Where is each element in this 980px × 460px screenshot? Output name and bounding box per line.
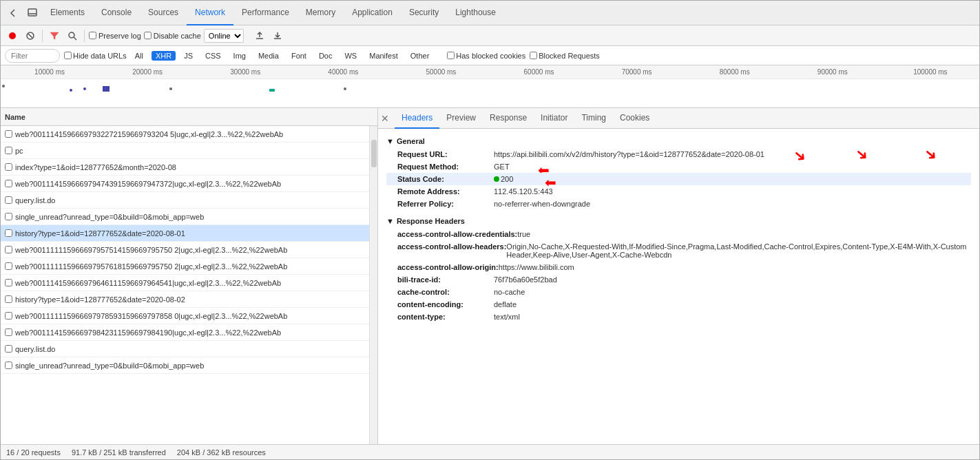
request-checkbox[interactable] <box>5 312 12 320</box>
response-header-row-3: bili-trace-id: 76f7b6a60e5f2bad <box>386 273 971 286</box>
general-section-header[interactable]: ▼ General <box>386 134 971 148</box>
response-headers-section-header[interactable]: ▼ Response Headers <box>386 214 971 228</box>
close-button[interactable]: ✕ <box>381 113 389 124</box>
filter-img-btn[interactable]: Img <box>229 51 250 61</box>
tab-lighthouse[interactable]: Lighthouse <box>447 1 504 25</box>
scrollbar-thumb[interactable] <box>371 140 377 167</box>
request-checkbox[interactable] <box>5 295 12 303</box>
request-row[interactable]: web?001111115966697957618159669795750 2|… <box>1 258 369 275</box>
filter-media-btn[interactable]: Media <box>254 51 283 61</box>
request-checkbox[interactable] <box>5 345 12 353</box>
request-method-key: Request Method: <box>397 163 494 171</box>
filter-manifest-btn[interactable]: Manifest <box>365 51 402 61</box>
request-row[interactable]: web?001111115966697957514159669795750 2|… <box>1 242 369 258</box>
request-checkbox[interactable] <box>5 246 12 253</box>
import-button[interactable] <box>252 28 267 43</box>
request-checkbox[interactable] <box>5 147 12 154</box>
tab-console[interactable]: Console <box>93 1 140 25</box>
dock-icon[interactable] <box>23 3 42 23</box>
filter-other-btn[interactable]: Other <box>406 51 434 61</box>
tab-performance[interactable]: Performance <box>233 1 298 25</box>
tab-elements[interactable]: Elements <box>42 1 93 25</box>
request-row[interactable]: single_unread?unread_type=0&build=0&mobi… <box>1 209 369 225</box>
request-name: pc <box>15 147 23 155</box>
tab-response[interactable]: Response <box>483 108 534 129</box>
tab-headers[interactable]: Headers <box>395 108 439 129</box>
request-checkbox[interactable] <box>5 229 12 237</box>
details-content: ▼ General Request URL: https://api.bilib… <box>378 129 979 444</box>
request-checkbox[interactable] <box>5 262 12 270</box>
request-row[interactable]: single_unread?unread_type=0&build=0&mobi… <box>1 357 369 374</box>
clear-button[interactable] <box>23 28 38 43</box>
has-blocked-cookies-checkbox[interactable] <box>447 52 455 59</box>
request-row[interactable]: web?001111115966697978593159669797858 0|… <box>1 308 369 324</box>
tab-timing[interactable]: Timing <box>574 108 613 129</box>
export-button[interactable] <box>270 28 285 43</box>
request-row[interactable]: web?001114159666979646111596697964541|ug… <box>1 275 369 291</box>
blocked-requests-checkbox[interactable] <box>530 52 537 59</box>
tab-application[interactable]: Application <box>344 1 401 25</box>
record-button[interactable] <box>5 28 20 43</box>
request-row[interactable]: index?type=1&oid=128777652&month=2020-08 <box>1 159 369 176</box>
tab-security[interactable]: Security <box>401 1 447 25</box>
throttling-select[interactable]: Online <box>204 29 244 43</box>
chevron-down-icon-2: ▼ <box>386 217 394 225</box>
status-dot <box>494 176 499 182</box>
tab-preview[interactable]: Preview <box>439 108 483 129</box>
request-row[interactable]: history?type=1&oid=128777652&date=2020-0… <box>1 291 369 308</box>
filter-xhr-btn[interactable]: XHR <box>152 51 176 61</box>
timeline-label-1: 10000 ms <box>1 65 98 79</box>
has-blocked-cookies-label[interactable]: Has blocked cookies <box>447 52 525 60</box>
request-checkbox[interactable] <box>5 213 12 220</box>
request-row[interactable]: web?00111415966697932272159669793204 5|u… <box>1 126 369 143</box>
request-checkbox[interactable] <box>5 196 12 204</box>
timeline-dot-1 <box>70 89 72 92</box>
request-name: web?001114159666979646111596697964541|ug… <box>15 279 281 287</box>
request-row[interactable]: query.list.do <box>1 341 369 357</box>
filter-font-btn[interactable]: Font <box>287 51 311 61</box>
preserve-log-checkbox[interactable] <box>89 32 96 39</box>
request-checkbox[interactable] <box>5 328 12 336</box>
disable-cache-label[interactable]: Disable cache <box>144 32 201 40</box>
request-row[interactable]: web?001114159666979842311596697984190|ug… <box>1 324 369 341</box>
filter-input[interactable] <box>5 49 60 63</box>
request-row[interactable]: web?001114159666979474391596697947372|ug… <box>1 176 369 192</box>
timeline-content[interactable] <box>1 79 979 108</box>
request-checkbox[interactable] <box>5 279 12 286</box>
request-checkbox[interactable] <box>5 130 12 138</box>
filter-doc-btn[interactable]: Doc <box>315 51 337 61</box>
referrer-policy-key: Referrer Policy: <box>397 200 494 208</box>
preserve-log-label[interactable]: Preserve log <box>89 32 141 40</box>
svg-point-5 <box>69 32 74 38</box>
selected-request-row[interactable]: history?type=1&oid=128777652&date=2020-0… <box>1 225 369 242</box>
back-icon[interactable] <box>3 3 23 23</box>
transferred-size: 91.7 kB / 251 kB transferred <box>72 448 166 457</box>
blocked-requests-label[interactable]: Blocked Requests <box>530 52 600 60</box>
hide-data-urls-label[interactable]: Hide data URLs <box>64 52 127 60</box>
tab-cookies[interactable]: Cookies <box>613 108 656 129</box>
request-checkbox[interactable] <box>5 163 12 171</box>
tab-network[interactable]: Network <box>187 1 233 25</box>
search-icon[interactable] <box>65 28 80 43</box>
request-row[interactable]: pc <box>1 143 369 159</box>
filter-ws-btn[interactable]: WS <box>340 51 361 61</box>
request-checkbox[interactable] <box>5 180 12 187</box>
filter-icon[interactable] <box>47 28 62 43</box>
toolbar-separator-2 <box>84 30 85 42</box>
tab-initiator[interactable]: Initiator <box>534 108 574 129</box>
requests-list[interactable]: web?00111415966697932272159669793204 5|u… <box>1 126 369 444</box>
filter-all-btn[interactable]: All <box>131 51 147 61</box>
svg-point-2 <box>9 32 16 39</box>
request-row[interactable]: query.list.do <box>1 192 369 209</box>
disable-cache-checkbox[interactable] <box>144 32 152 39</box>
tab-sources[interactable]: Sources <box>140 1 187 25</box>
timeline-label-10: 100000 ms <box>882 65 979 79</box>
request-method-row: Request Method: GET ⬅ <box>386 160 971 173</box>
hide-data-urls-checkbox[interactable] <box>64 52 72 59</box>
request-checkbox[interactable] <box>5 362 12 369</box>
filter-js-btn[interactable]: JS <box>180 51 197 61</box>
tab-memory[interactable]: Memory <box>298 1 344 25</box>
response-header-row-1: access-control-allow-headers: Origin,No-… <box>386 240 971 261</box>
filter-css-btn[interactable]: CSS <box>201 51 225 61</box>
requests-scrollbar[interactable] <box>369 126 377 444</box>
